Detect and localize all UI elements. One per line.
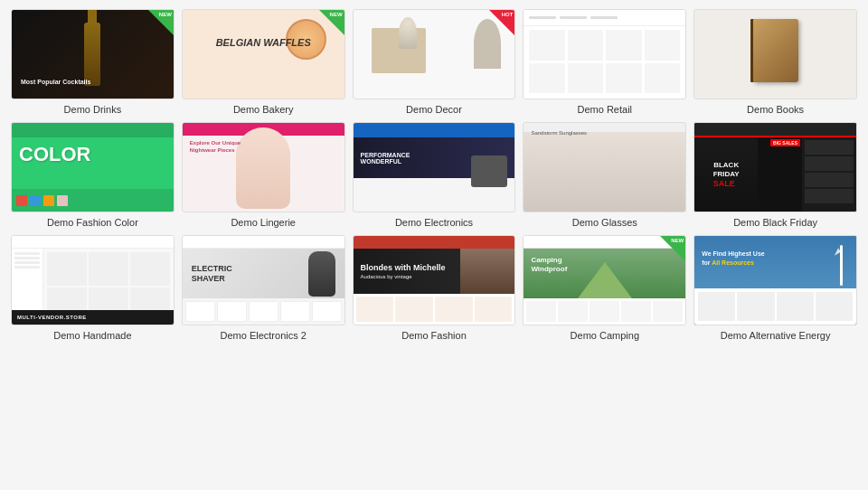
demo-fashion-color-thumb: COLOR <box>11 122 175 212</box>
demo-decor-label: Demo Decor <box>406 104 462 115</box>
demo-electronics2[interactable]: ELECTRICSHAVER Demo Electronics 2 <box>182 235 345 341</box>
handmade-header <box>12 236 174 249</box>
demo-drinks-label: Demo Drinks <box>64 104 122 115</box>
swatch-yellow <box>43 195 54 206</box>
demo-black-friday-label: Demo Black Friday <box>733 217 817 228</box>
demo-camping-thumb: NEW CampingWindproof <box>523 235 686 325</box>
brand-text: Sandstorm Sunglasses <box>531 130 587 136</box>
fashion-header <box>354 236 515 249</box>
demo-camping-label: Demo Camping <box>571 330 639 341</box>
e2-header <box>183 236 344 249</box>
bottle-icon <box>84 23 100 86</box>
product-list <box>802 137 856 212</box>
demo-black-friday-thumb: BLACKFRIDAY SALE BIG SALES <box>693 122 857 212</box>
wind-turbine <box>840 245 843 286</box>
fashion-banner: Blondes with Michelle Audacious by vinta… <box>354 249 515 294</box>
demo-fashion-label: Demo Fashion <box>401 330 467 341</box>
black-friday-banner: BLACKFRIDAY SALE <box>694 137 758 212</box>
alt-energy-text: We Find Highest Usefor All Resources <box>702 250 765 268</box>
demo-books-label: Demo Books <box>747 104 804 115</box>
model-background <box>524 132 685 212</box>
e2-hero-banner: ELECTRICSHAVER <box>183 249 344 298</box>
demo-fashion-color[interactable]: COLOR Demo Fashion Color <box>11 122 175 228</box>
lingerie-text: Explore Our UniqueNightwear Pieces <box>190 139 241 155</box>
e2-product-grid <box>183 298 344 325</box>
demo-fashion-color-label: Demo Fashion Color <box>47 217 138 228</box>
fashion-color-header <box>12 123 174 137</box>
demo-grid: NEW Most Popular Cocktails Demo Drinks N… <box>0 0 868 350</box>
product-grid <box>529 30 680 93</box>
demo-lingerie-thumb: Explore Our UniqueNightwear Pieces <box>182 122 345 212</box>
device-image <box>471 155 507 187</box>
demo-alt-energy-thumb: We Find Highest Usefor All Resources <box>693 235 857 325</box>
fashion-banner-text: Blondes with Michelle Audacious by vinta… <box>361 262 446 281</box>
demo-drinks-thumb: NEW Most Popular Cocktails <box>11 9 175 99</box>
demo-drinks[interactable]: NEW Most Popular Cocktails Demo Drinks <box>11 9 175 115</box>
demo-retail[interactable]: Demo Retail <box>523 9 686 115</box>
demo-electronics[interactable]: PERFORMANCEWONDERFUL Demo Electronics <box>353 122 516 228</box>
retail-header <box>524 10 685 26</box>
swatch-pink <box>57 195 68 206</box>
fashion-products <box>354 294 515 325</box>
demo-decor-thumb: HOT <box>353 9 516 99</box>
demo-electronics-label: Demo Electronics <box>395 217 473 228</box>
swatch-red <box>16 195 27 206</box>
demo-electronics-thumb: PERFORMANCEWONDERFUL <box>353 122 516 212</box>
shaver-image <box>308 251 335 297</box>
demo-handmade-thumb: MULTI-VENDOR.STORE <box>11 235 175 325</box>
demo-retail-label: Demo Retail <box>578 104 633 115</box>
electronics-banner: PERFORMANCEWONDERFUL <box>354 137 515 178</box>
sale-badge: BIG SALES <box>770 139 800 146</box>
demo-bakery[interactable]: NEW BELGIAN WAFFLES Demo Bakery <box>182 9 345 115</box>
demo-books-thumb <box>693 9 857 99</box>
fashion-model <box>460 249 514 294</box>
demo-glasses[interactable]: Sandstorm Sunglasses Demo Glasses <box>523 122 686 228</box>
demo-glasses-thumb: Sandstorm Sunglasses <box>523 122 686 212</box>
demo-electronics2-thumb: ELECTRICSHAVER <box>182 235 345 325</box>
energy-features <box>694 288 856 325</box>
demo-alt-energy-label: Demo Alternative Energy <box>721 330 831 341</box>
demo-black-friday[interactable]: BLACKFRIDAY SALE BIG SALES Demo Black Fr… <box>693 122 857 228</box>
demo-decor[interactable]: HOT Demo Decor <box>353 9 516 115</box>
demo-books[interactable]: Demo Books <box>693 9 857 115</box>
model-silhouette <box>236 127 290 209</box>
camping-products <box>524 298 685 325</box>
demo-electronics2-label: Demo Electronics 2 <box>221 330 307 341</box>
demo-camping[interactable]: NEW CampingWindproof Demo Camping <box>523 235 686 341</box>
demo-lingerie-label: Demo Lingerie <box>231 217 296 228</box>
demo-fashion[interactable]: Blondes with Michelle Audacious by vinta… <box>353 235 516 341</box>
demo-bakery-thumb: NEW BELGIAN WAFFLES <box>182 9 345 99</box>
electronics-header <box>354 123 515 137</box>
camping-hero-text: CampingWindproof <box>531 256 567 275</box>
color-text: COLOR <box>19 143 90 166</box>
electric-shaver-text: ELECTRICSHAVER <box>192 264 232 284</box>
demo-handmade[interactable]: MULTI-VENDOR.STORE Demo Handmade <box>11 235 175 341</box>
demo-lingerie[interactable]: Explore Our UniqueNightwear Pieces Demo … <box>182 122 345 228</box>
swatch-blue <box>30 195 41 206</box>
demo-alt-energy[interactable]: We Find Highest Usefor All Resources Dem… <box>693 235 857 341</box>
book-cover <box>753 19 798 82</box>
demo-handmade-label: Demo Handmade <box>53 330 131 341</box>
fashion-color-bottom <box>12 189 174 212</box>
decor-lamp <box>399 17 417 49</box>
tent-icon <box>578 262 632 298</box>
demo-bakery-label: Demo Bakery <box>233 104 294 115</box>
black-friday-header <box>694 123 856 137</box>
demo-glasses-label: Demo Glasses <box>572 217 637 228</box>
performance-text: PERFORMANCEWONDERFUL <box>361 152 410 165</box>
demo-retail-thumb <box>523 9 686 99</box>
multi-vendor-banner: MULTI-VENDOR.STORE <box>12 310 174 325</box>
demo-fashion-thumb: Blondes with Michelle Audacious by vinta… <box>353 235 516 325</box>
